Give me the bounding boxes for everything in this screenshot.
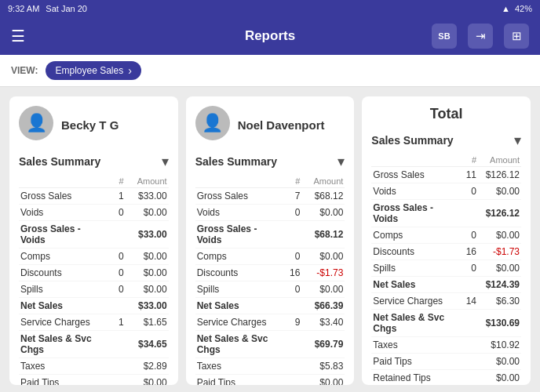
row-amount: $0.00: [126, 249, 169, 265]
row-hash: 0: [456, 183, 478, 200]
row-amount: $33.00: [126, 188, 169, 205]
date: Sat Jan 20: [46, 4, 87, 13]
row-label: Net Sales: [19, 298, 104, 314]
becky-table-header-row: # Amount: [19, 175, 169, 188]
row-label: Net Sales & Svc Chgs: [371, 310, 456, 337]
noel-table-body: Gross Sales7$68.12Voids0$0.00Gross Sales…: [195, 188, 345, 386]
row-hash: 0: [456, 227, 478, 244]
row-hash: [279, 358, 301, 375]
sb-icon-button[interactable]: SB: [432, 24, 457, 49]
table-row: Net Sales$124.39: [371, 277, 521, 293]
row-hash: 9: [279, 314, 301, 331]
row-label: Spills: [371, 260, 456, 277]
row-hash: [456, 310, 478, 337]
pill-text: Employee Sales: [55, 65, 123, 76]
row-amount: $0.00: [478, 370, 521, 386]
total-card: Total Sales Summary ▾ # Amount Gross Sal…: [362, 96, 531, 385]
noel-col-label: [195, 175, 280, 188]
row-label: Paid Tips: [19, 375, 104, 386]
row-amount: $68.12: [301, 188, 345, 205]
header: ☰ Reports SB ⇥ ⊞: [0, 17, 540, 55]
row-label: Gross Sales - Voids: [19, 221, 104, 249]
row-hash: [104, 221, 126, 249]
row-hash: 0: [104, 249, 126, 265]
chevron-right-icon: ›: [128, 64, 132, 77]
row-hash: 0: [456, 260, 478, 277]
becky-avatar: 👤: [19, 106, 53, 140]
table-row: Discounts16-$1.73: [371, 244, 521, 260]
main-content: 👤 Becky T G Sales Summary ▾ # Amount Gro…: [0, 87, 540, 392]
row-amount: -$1.73: [478, 244, 521, 260]
row-amount: $0.00: [126, 375, 169, 386]
row-label: Spills: [19, 281, 104, 298]
row-label: Paid Tips: [371, 354, 456, 370]
table-row: Net Sales & Svc Chgs$34.65: [19, 331, 169, 358]
table-row: Gross Sales - Voids$33.00: [19, 221, 169, 249]
noel-header: 👤 Noel Davenport: [195, 106, 345, 143]
menu-icon[interactable]: ☰: [11, 27, 25, 45]
total-table-body: Gross Sales11$126.12Voids0$0.00Gross Sal…: [371, 167, 521, 386]
row-amount: $126.12: [478, 200, 521, 227]
table-row: Spills0$0.00: [19, 281, 169, 298]
table-row: Discounts0$0.00: [19, 265, 169, 281]
row-hash: [104, 331, 126, 358]
becky-name: Becky T G: [61, 118, 119, 132]
logout-icon: ⇥: [476, 29, 486, 43]
total-section-chevron[interactable]: ▾: [514, 132, 521, 149]
row-label: Spills: [195, 281, 280, 298]
table-row: Comps0$0.00: [19, 249, 169, 265]
table-row: Paid Tips$0.00: [371, 354, 521, 370]
table-row: Gross Sales11$126.12: [371, 167, 521, 183]
becky-header: 👤 Becky T G: [19, 106, 169, 143]
noel-section-title: Sales Summary: [195, 155, 277, 168]
row-hash: 0: [279, 281, 301, 298]
total-col-hash: #: [456, 154, 478, 167]
row-hash: [279, 331, 301, 358]
row-amount: $0.00: [126, 281, 169, 298]
noel-name: Noel Davenport: [238, 118, 325, 132]
avatar-icon: 👤: [202, 113, 223, 133]
row-hash: 0: [279, 249, 301, 265]
row-hash: [456, 277, 478, 293]
row-hash: [104, 358, 126, 375]
row-amount: $0.00: [301, 375, 345, 386]
row-amount: $0.00: [478, 260, 521, 277]
noel-table-header-row: # Amount: [195, 175, 345, 188]
header-left: ☰: [11, 27, 25, 45]
noel-card: 👤 Noel Davenport Sales Summary ▾ # Amoun…: [186, 96, 355, 385]
row-amount: $0.00: [126, 205, 169, 221]
row-amount: $66.39: [301, 298, 345, 314]
employee-sales-filter[interactable]: Employee Sales ›: [46, 61, 140, 80]
row-amount: $0.00: [478, 183, 521, 200]
table-row: Gross Sales - Voids$126.12: [371, 200, 521, 227]
total-section-title: Sales Summary: [371, 134, 453, 147]
total-col-label: [371, 154, 456, 167]
row-hash: [104, 375, 126, 386]
total-col-amount: Amount: [478, 154, 521, 167]
logout-icon-button[interactable]: ⇥: [468, 24, 493, 49]
row-hash: 0: [104, 281, 126, 298]
noel-section-chevron[interactable]: ▾: [338, 153, 345, 170]
becky-section-chevron[interactable]: ▾: [162, 153, 169, 170]
row-label: Taxes: [195, 358, 280, 375]
row-label: Retained Tips: [371, 370, 456, 386]
row-label: Discounts: [371, 244, 456, 260]
grid-icon-button[interactable]: ⊞: [504, 24, 529, 49]
row-label: Gross Sales: [19, 188, 104, 205]
becky-col-amount: Amount: [126, 175, 169, 188]
row-amount: $0.00: [126, 265, 169, 281]
row-amount: $130.69: [478, 310, 521, 337]
table-row: Taxes$2.89: [19, 358, 169, 375]
becky-table-body: Gross Sales1$33.00Voids0$0.00Gross Sales…: [19, 188, 169, 386]
table-row: Comps0$0.00: [371, 227, 521, 244]
row-amount: $126.12: [478, 167, 521, 183]
row-amount: $69.79: [301, 331, 345, 358]
row-hash: 0: [279, 205, 301, 221]
row-label: Discounts: [195, 265, 280, 281]
row-hash: [456, 200, 478, 227]
row-hash: 16: [279, 265, 301, 281]
table-row: Voids0$0.00: [371, 183, 521, 200]
row-hash: [279, 298, 301, 314]
table-row: Voids0$0.00: [19, 205, 169, 221]
table-row: Net Sales$66.39: [195, 298, 345, 314]
